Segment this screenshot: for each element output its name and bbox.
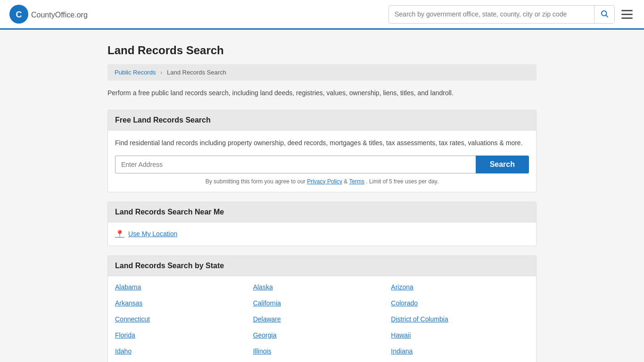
state-link[interactable]: Connecticut <box>115 313 253 325</box>
svg-line-3 <box>606 15 608 17</box>
state-link[interactable]: Delaware <box>253 313 391 325</box>
near-me-body: 📍 Use My Location <box>108 222 536 246</box>
state-link[interactable]: Alabama <box>115 281 253 293</box>
state-link[interactable]: Illinois <box>253 345 391 357</box>
logo[interactable]: C CountyOffice.org <box>9 5 88 24</box>
state-link[interactable]: Indiana <box>391 345 529 357</box>
breadcrumb-home-link[interactable]: Public Records <box>115 69 156 76</box>
global-search-input[interactable] <box>389 7 594 22</box>
use-location-link[interactable]: 📍 Use My Location <box>115 230 529 239</box>
global-search-button[interactable] <box>594 6 614 23</box>
state-link[interactable]: Alaska <box>253 281 391 293</box>
global-search-container <box>388 5 615 24</box>
by-state-section: Land Records Search by State AlabamaAlas… <box>107 255 537 362</box>
free-search-section: Free Land Records Search Find residentia… <box>107 110 537 192</box>
site-header: C CountyOffice.org <box>0 0 644 30</box>
state-link[interactable]: District of Columbia <box>391 313 529 325</box>
near-me-heading: Land Records Search Near Me <box>108 202 536 222</box>
address-input[interactable] <box>115 156 476 173</box>
state-link[interactable]: Arkansas <box>115 297 253 309</box>
breadcrumb-separator: › <box>160 69 162 76</box>
state-link[interactable]: California <box>253 297 391 309</box>
state-link[interactable]: Florida <box>115 329 253 341</box>
breadcrumb-current: Land Records Search <box>167 69 226 76</box>
state-link[interactable]: Colorado <box>391 297 529 309</box>
by-state-heading: Land Records Search by State <box>108 256 536 276</box>
search-icon <box>600 9 609 18</box>
free-search-body: Find residential land records including … <box>108 131 536 191</box>
hamburger-menu-button[interactable] <box>619 8 635 21</box>
location-pin-icon: 📍 <box>115 230 124 239</box>
states-grid: AlabamaAlaskaArizonaArkansasCaliforniaCo… <box>108 276 536 362</box>
logo-wordmark: CountyOffice.org <box>31 9 88 20</box>
header-right <box>388 5 635 24</box>
state-link[interactable]: Georgia <box>253 329 391 341</box>
near-me-section: Land Records Search Near Me 📍 Use My Loc… <box>107 202 537 246</box>
search-description: Find residential land records including … <box>115 138 529 148</box>
hamburger-line <box>621 10 633 11</box>
state-link[interactable]: Hawaii <box>391 329 529 341</box>
address-search-row: Search <box>115 156 529 173</box>
page-title: Land Records Search <box>107 44 537 57</box>
free-search-heading: Free Land Records Search <box>108 110 536 131</box>
privacy-policy-link[interactable]: Privacy Policy <box>307 178 342 185</box>
breadcrumb: Public Records › Land Records Search <box>107 64 537 81</box>
hamburger-line <box>621 17 633 19</box>
svg-point-2 <box>602 11 607 16</box>
address-search-button[interactable]: Search <box>476 156 529 173</box>
state-link[interactable]: Arizona <box>391 281 529 293</box>
form-disclaimer: By submitting this form you agree to our… <box>115 178 529 185</box>
main-content: Land Records Search Public Records › Lan… <box>100 44 544 362</box>
logo-icon: C <box>9 5 28 24</box>
logo-text: CountyOffice.org <box>31 9 88 19</box>
terms-link[interactable]: Terms <box>349 178 364 185</box>
hamburger-line <box>621 14 633 15</box>
page-description: Perform a free public land records searc… <box>107 88 537 98</box>
svg-text:C: C <box>16 10 22 19</box>
state-link[interactable]: Idaho <box>115 345 253 357</box>
